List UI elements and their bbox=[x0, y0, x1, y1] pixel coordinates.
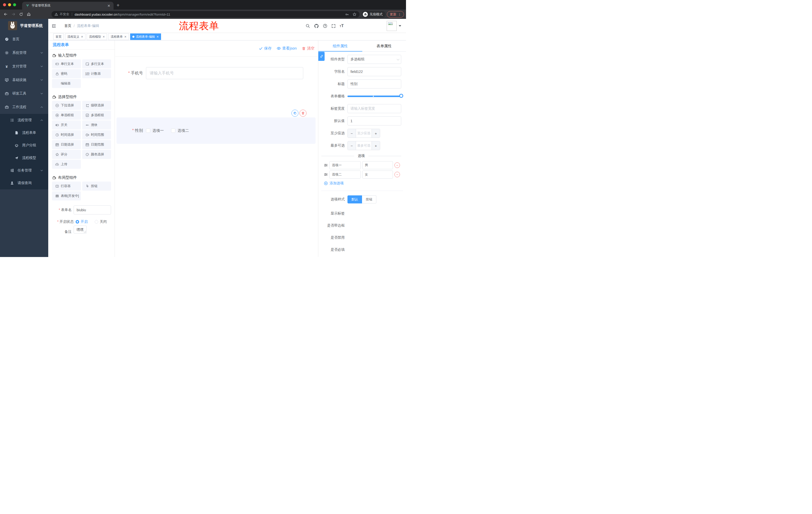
github-icon[interactable] bbox=[314, 24, 319, 28]
phone-field-row[interactable]: 手机号 请输入手机号 bbox=[115, 67, 318, 79]
gender-option-选项一[interactable]: 选项一 bbox=[146, 128, 164, 133]
reload-icon[interactable] bbox=[19, 12, 23, 16]
sidebar-collapse-icon[interactable] bbox=[52, 24, 56, 28]
component-chip-下拉选择[interactable]: 下拉选择 bbox=[52, 101, 81, 110]
phone-input[interactable]: 请输入手机号 bbox=[146, 67, 303, 79]
selected-component-gender[interactable]: 性别 选项一选项二 bbox=[117, 117, 316, 144]
component-chip-时间范围[interactable]: 时间范围 bbox=[82, 130, 111, 139]
sidebar-item-支付管理[interactable]: ¥支付管理 bbox=[0, 60, 48, 73]
user-avatar[interactable] bbox=[387, 21, 397, 31]
tab-component-props[interactable]: 组件属性 bbox=[318, 40, 362, 52]
sidebar-item-流程管理[interactable]: 流程管理 bbox=[0, 114, 48, 127]
form-name-input[interactable]: biubiu bbox=[74, 206, 111, 215]
component-chip-多行文本[interactable]: 多行文本 bbox=[82, 59, 111, 69]
component-chip-单选框组[interactable]: 单选框组 bbox=[52, 111, 81, 120]
tab-close-icon[interactable]: ✕ bbox=[107, 4, 111, 8]
plus-button[interactable]: + bbox=[372, 129, 380, 138]
option-name-input[interactable]: 选项一 bbox=[329, 161, 361, 169]
field-name-input[interactable]: field122 bbox=[347, 67, 401, 76]
label-width-input[interactable]: 请输入标签宽度 bbox=[347, 104, 401, 113]
forward-icon[interactable] bbox=[11, 12, 16, 16]
tag-首页[interactable]: 首页 bbox=[53, 33, 64, 40]
sidebar-item-工作流程[interactable]: 工作流程 bbox=[0, 100, 48, 114]
minus-button[interactable]: − bbox=[348, 141, 356, 150]
kebab-menu-icon[interactable] bbox=[398, 13, 401, 16]
drag-handle-icon[interactable] bbox=[324, 172, 328, 177]
sidebar-item-流程表单[interactable]: 流程表单 bbox=[0, 127, 48, 139]
tag-close-icon[interactable]: ✕ bbox=[81, 35, 83, 38]
component-chip-单行文本[interactable]: 单行文本 bbox=[52, 59, 81, 69]
remove-option-button[interactable]: − bbox=[395, 172, 400, 177]
remove-option-button[interactable]: − bbox=[395, 162, 400, 168]
fullscreen-icon[interactable] bbox=[331, 24, 336, 28]
checkbox-icon[interactable] bbox=[171, 129, 175, 133]
close-window-button[interactable] bbox=[3, 3, 6, 6]
sidebar-item-用户分组[interactable]: 用户分组 bbox=[0, 139, 48, 152]
component-chip-滑块[interactable]: 滑块 bbox=[82, 120, 111, 130]
tag-close-icon[interactable]: ✕ bbox=[156, 35, 159, 38]
component-chip-密码[interactable]: 密码 bbox=[52, 69, 81, 78]
tag-流程表单-编辑[interactable]: 流程表单-编辑✕ bbox=[130, 33, 161, 40]
option-value-input[interactable]: 女 bbox=[362, 170, 393, 179]
remark-textarea[interactable]: 嘿嘿 bbox=[74, 225, 87, 234]
component-type-select[interactable]: 多选框组 bbox=[347, 55, 401, 64]
sidebar-item-请假查询[interactable]: 请假查询 bbox=[0, 177, 48, 189]
tag-流程模型[interactable]: 流程模型✕ bbox=[87, 33, 107, 40]
title-input[interactable]: 性别 bbox=[347, 79, 401, 88]
browser-tab[interactable]: 芋道管理系统 ✕ bbox=[22, 2, 114, 9]
drag-handle-icon[interactable] bbox=[324, 163, 328, 167]
sidebar-item-研发工具[interactable]: 研发工具 bbox=[0, 87, 48, 100]
help-icon[interactable] bbox=[323, 24, 327, 28]
minimize-window-button[interactable] bbox=[8, 3, 11, 6]
option-name-input[interactable]: 选项二 bbox=[329, 170, 361, 179]
avatar-dropdown-caret-icon[interactable] bbox=[399, 25, 401, 27]
maximize-window-button[interactable] bbox=[13, 3, 16, 6]
sidebar-item-系统管理[interactable]: 系统管理 bbox=[0, 46, 48, 60]
plus-button[interactable]: + bbox=[372, 141, 380, 150]
form-grid-slider[interactable] bbox=[347, 92, 401, 101]
component-chip-颜色选择[interactable]: 颜色选择 bbox=[82, 150, 111, 159]
view-json-button[interactable]: 查看json bbox=[277, 46, 297, 51]
component-chip-编辑器[interactable]: 编辑器 bbox=[52, 79, 81, 88]
sidebar-item-流程模型[interactable]: 流程模型 bbox=[0, 152, 48, 164]
tag-流程定义[interactable]: 流程定义✕ bbox=[65, 33, 85, 40]
gender-option-选项二[interactable]: 选项二 bbox=[171, 128, 189, 133]
component-chip-行容器[interactable]: 行容器 bbox=[52, 182, 81, 191]
sidebar-item-首页[interactable]: 首页 bbox=[0, 32, 48, 46]
search-icon[interactable] bbox=[306, 24, 310, 28]
component-chip-日期选择[interactable]: 日期选择 bbox=[52, 140, 81, 149]
clear-button[interactable]: 清空 bbox=[302, 46, 315, 51]
tag-close-icon[interactable]: ✕ bbox=[103, 35, 105, 38]
resize-grip[interactable] bbox=[83, 231, 86, 233]
component-chip-多选框组[interactable]: 多选框组 bbox=[82, 111, 111, 120]
component-chip-按钮[interactable]: 按钮 bbox=[82, 182, 111, 191]
add-option-button[interactable]: 添加选项 bbox=[324, 181, 406, 186]
font-size-icon[interactable]: TT bbox=[340, 24, 344, 28]
password-key-icon[interactable] bbox=[345, 12, 349, 16]
component-chip-级联选择[interactable]: 级联选择 bbox=[82, 101, 111, 110]
style-button-button[interactable]: 按钮 bbox=[362, 195, 376, 204]
component-chip-日期范围[interactable]: 日期范围 bbox=[82, 140, 111, 149]
max-select-input[interactable]: 最多可选 bbox=[356, 141, 372, 150]
new-tab-button[interactable]: + bbox=[117, 2, 120, 8]
minus-button[interactable]: − bbox=[348, 129, 356, 138]
save-button[interactable]: 保存 bbox=[259, 46, 271, 51]
component-chip-评分[interactable]: 评分 bbox=[52, 150, 81, 159]
link-handle[interactable] bbox=[318, 52, 325, 61]
sidebar-item-任务管理[interactable]: 任务管理 bbox=[0, 164, 48, 177]
sidebar-item-基础设施[interactable]: 基础设施 bbox=[0, 73, 48, 87]
min-select-input[interactable]: 至少应选 bbox=[356, 129, 372, 138]
tag-close-icon[interactable]: ✕ bbox=[124, 35, 126, 38]
breadcrumb-home[interactable]: 首页 bbox=[64, 24, 71, 28]
component-chip-时间选择[interactable]: 时间选择 bbox=[52, 130, 81, 139]
url-bar[interactable]: 不安全 dashboard.yudao.iocoder.cn/bpm/manag… bbox=[52, 11, 359, 18]
component-chip-开关[interactable]: 开关 bbox=[52, 120, 81, 130]
tag-流程表单[interactable]: 流程表单✕ bbox=[108, 33, 128, 40]
tab-form-props[interactable]: 表单属性 bbox=[362, 40, 406, 52]
component-chip-表格[开发中][interactable]: 表格[开发中] bbox=[52, 191, 81, 200]
component-chip-计数器[interactable]: 123计数器 bbox=[82, 69, 111, 78]
back-icon[interactable] bbox=[3, 12, 8, 16]
checkbox-icon[interactable] bbox=[146, 129, 150, 133]
sidebar-logo[interactable]: 芋道管理系统 bbox=[0, 19, 48, 32]
default-value-input[interactable]: 1 bbox=[347, 116, 401, 126]
